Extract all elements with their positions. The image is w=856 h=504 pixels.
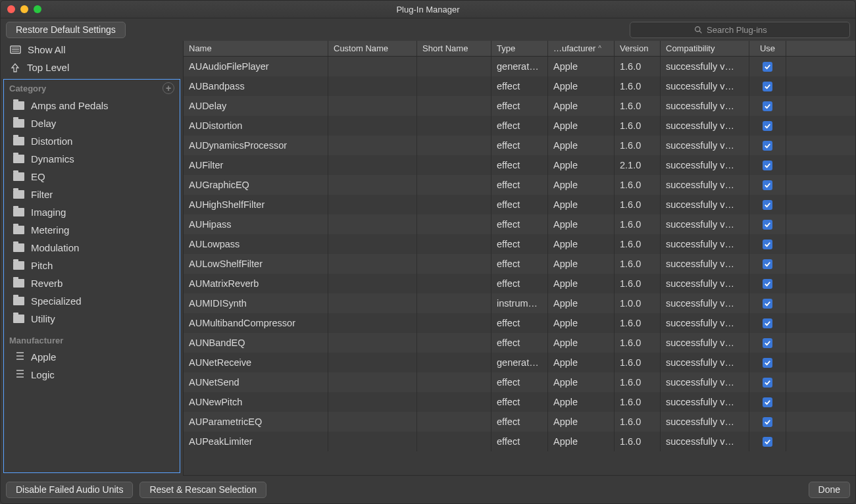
table-row[interactable]: AUNewPitcheffectApple1.6.0successfully v… — [184, 392, 855, 412]
use-checkbox[interactable] — [763, 82, 772, 91]
column-header-manufacturer[interactable]: …ufacturer ^ — [548, 41, 615, 56]
cell-custom-name[interactable] — [328, 274, 417, 293]
cell-short-name[interactable] — [417, 136, 491, 155]
use-checkbox[interactable] — [763, 378, 772, 388]
cell-custom-name[interactable] — [328, 254, 417, 274]
table-row[interactable]: AUPeakLimitereffectApple1.6.0successfull… — [184, 432, 855, 451]
cell-short-name[interactable] — [417, 313, 491, 333]
category-item[interactable]: Reverb — [4, 274, 180, 292]
table-row[interactable]: AUHipasseffectApple1.6.0successfully v… — [184, 214, 855, 234]
add-category-button[interactable]: + — [163, 82, 174, 94]
cell-custom-name[interactable] — [328, 372, 417, 392]
use-checkbox[interactable] — [763, 417, 772, 427]
use-checkbox[interactable] — [763, 220, 772, 230]
table-row[interactable]: AUBandpasseffectApple1.6.0successfully v… — [184, 76, 855, 96]
cell-short-name[interactable] — [417, 234, 491, 254]
category-item[interactable]: Delay — [4, 114, 180, 132]
cell-custom-name[interactable] — [328, 333, 417, 353]
column-header-compatibility[interactable]: Compatibility — [661, 41, 749, 56]
top-level-button[interactable]: Top Level — [1, 59, 183, 76]
use-checkbox[interactable] — [763, 358, 772, 368]
table-row[interactable]: AUMatrixReverbeffectApple1.6.0successful… — [184, 274, 855, 293]
cell-custom-name[interactable] — [328, 175, 417, 195]
cell-short-name[interactable] — [417, 76, 491, 96]
cell-custom-name[interactable] — [328, 432, 417, 451]
cell-custom-name[interactable] — [328, 155, 417, 175]
cell-short-name[interactable] — [417, 392, 491, 412]
cell-short-name[interactable] — [417, 293, 491, 313]
cell-custom-name[interactable] — [328, 313, 417, 333]
use-checkbox[interactable] — [763, 279, 772, 289]
table-body[interactable]: AUAudioFilePlayergenerat…Apple1.6.0succe… — [184, 57, 855, 476]
done-button[interactable]: Done — [809, 482, 850, 498]
use-checkbox[interactable] — [763, 239, 772, 249]
use-checkbox[interactable] — [763, 161, 772, 170]
disable-failed-button[interactable]: Disable Failed Audio Units — [6, 482, 133, 498]
search-field[interactable] — [630, 22, 850, 38]
cell-custom-name[interactable] — [328, 116, 417, 136]
category-item[interactable]: Specialized — [4, 292, 180, 310]
use-checkbox[interactable] — [763, 299, 772, 309]
category-item[interactable]: Metering — [4, 221, 180, 239]
search-input[interactable] — [707, 25, 786, 35]
category-item[interactable]: Utility — [4, 310, 180, 328]
cell-short-name[interactable] — [417, 333, 491, 353]
reset-rescan-button[interactable]: Reset & Rescan Selection — [139, 482, 266, 498]
column-header-use[interactable]: Use — [749, 41, 786, 56]
cell-custom-name[interactable] — [328, 392, 417, 412]
table-row[interactable]: AULowpasseffectApple1.6.0successfully v… — [184, 234, 855, 254]
table-row[interactable]: AUNetSendeffectApple1.6.0successfully v… — [184, 372, 855, 392]
cell-short-name[interactable] — [417, 254, 491, 274]
show-all-button[interactable]: Show All — [1, 41, 183, 59]
cell-custom-name[interactable] — [328, 136, 417, 155]
cell-custom-name[interactable] — [328, 96, 417, 116]
cell-custom-name[interactable] — [328, 353, 417, 372]
use-checkbox[interactable] — [763, 141, 772, 151]
cell-custom-name[interactable] — [328, 412, 417, 432]
category-item[interactable]: Imaging — [4, 203, 180, 221]
column-header-short-name[interactable]: Short Name — [417, 41, 491, 56]
manufacturer-item[interactable]: Logic — [4, 366, 180, 384]
table-row[interactable]: AULowShelfFiltereffectApple1.6.0successf… — [184, 254, 855, 274]
use-checkbox[interactable] — [763, 101, 772, 111]
cell-short-name[interactable] — [417, 432, 491, 451]
cell-short-name[interactable] — [417, 155, 491, 175]
column-header-custom-name[interactable]: Custom Name — [328, 41, 417, 56]
table-row[interactable]: AUAudioFilePlayergenerat…Apple1.6.0succe… — [184, 57, 855, 76]
use-checkbox[interactable] — [763, 180, 772, 190]
cell-short-name[interactable] — [417, 372, 491, 392]
close-window-button[interactable] — [7, 5, 15, 13]
cell-short-name[interactable] — [417, 214, 491, 234]
use-checkbox[interactable] — [763, 397, 772, 407]
minimize-window-button[interactable] — [20, 5, 28, 13]
cell-custom-name[interactable] — [328, 293, 417, 313]
category-item[interactable]: Amps and Pedals — [4, 97, 180, 114]
maximize-window-button[interactable] — [34, 5, 41, 13]
cell-short-name[interactable] — [417, 412, 491, 432]
cell-short-name[interactable] — [417, 175, 491, 195]
cell-short-name[interactable] — [417, 96, 491, 116]
use-checkbox[interactable] — [763, 121, 772, 131]
manufacturer-item[interactable]: Apple — [4, 348, 180, 366]
table-row[interactable]: AUFiltereffectApple2.1.0successfully v… — [184, 155, 855, 175]
category-item[interactable]: Pitch — [4, 257, 180, 274]
table-row[interactable]: AUHighShelfFiltereffectApple1.6.0success… — [184, 195, 855, 214]
use-checkbox[interactable] — [763, 338, 772, 348]
column-header-version[interactable]: Version — [615, 41, 661, 56]
table-row[interactable]: AUNBandEQeffectApple1.6.0successfully v… — [184, 333, 855, 353]
table-row[interactable]: AUDynamicsProcessoreffectApple1.6.0succe… — [184, 136, 855, 155]
table-row[interactable]: AUGraphicEQeffectApple1.6.0successfully … — [184, 175, 855, 195]
cell-custom-name[interactable] — [328, 76, 417, 96]
cell-short-name[interactable] — [417, 353, 491, 372]
category-item[interactable]: Distortion — [4, 132, 180, 150]
cell-custom-name[interactable] — [328, 57, 417, 76]
use-checkbox[interactable] — [763, 62, 772, 72]
table-row[interactable]: AUMultibandCompressoreffectApple1.6.0suc… — [184, 313, 855, 333]
cell-short-name[interactable] — [417, 195, 491, 214]
use-checkbox[interactable] — [763, 259, 772, 269]
table-row[interactable]: AUMIDISynthinstrum…Apple1.0.0successfull… — [184, 293, 855, 313]
category-item[interactable]: Modulation — [4, 239, 180, 257]
cell-short-name[interactable] — [417, 57, 491, 76]
cell-custom-name[interactable] — [328, 214, 417, 234]
table-row[interactable]: AUParametricEQeffectApple1.6.0successful… — [184, 412, 855, 432]
